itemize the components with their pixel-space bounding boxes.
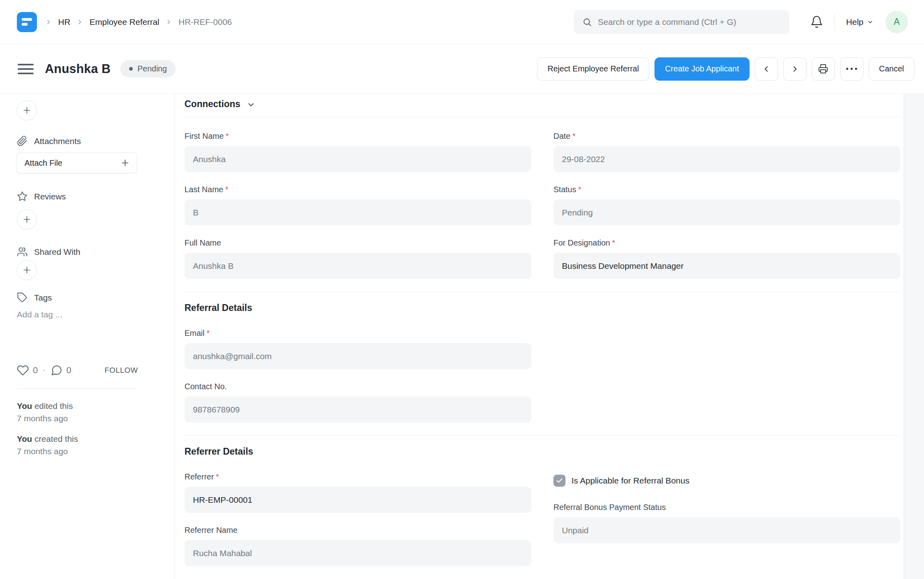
last-name-field: Last Name* B xyxy=(184,185,531,226)
hamburger-icon xyxy=(18,63,34,75)
like-count: 0 xyxy=(33,365,38,376)
comment-icon xyxy=(51,364,63,376)
email-field: Email* anushka@gmail.com xyxy=(184,329,531,369)
first-name-field: First Name* Anushka xyxy=(184,132,531,172)
referrer-name-input[interactable]: Rucha Mahabal xyxy=(184,540,531,566)
chevron-right-icon xyxy=(45,18,52,26)
sidebar-toggle-button[interactable] xyxy=(18,63,34,75)
connections-section-toggle[interactable]: Connections xyxy=(184,94,900,117)
referrer-label: Referrer* xyxy=(184,472,531,481)
shared-with-section-header: Shared With xyxy=(17,246,81,257)
shared-with-label: Shared With xyxy=(34,247,81,257)
header-actions: Reject Employee Referral Create Job Appl… xyxy=(537,57,914,81)
bonus-payment-status-input[interactable]: Unpaid xyxy=(553,517,900,543)
activity-created: You created this 7 months ago xyxy=(17,433,78,457)
dot-separator: · xyxy=(43,365,45,376)
avatar-letter: A xyxy=(894,16,900,27)
breadcrumb: HR Employee Referral HR-REF-0006 xyxy=(45,17,232,27)
connections-title: Connections xyxy=(184,99,240,110)
logo-glyph xyxy=(22,23,28,26)
for-designation-field: For Designation* Business Development Ma… xyxy=(553,238,900,279)
chevron-down-icon xyxy=(247,99,255,109)
required-marker: * xyxy=(216,472,219,481)
create-job-applicant-button[interactable]: Create Job Applicant xyxy=(654,57,750,81)
tags-section-header: Tags xyxy=(17,292,52,303)
add-review-button[interactable] xyxy=(17,209,37,230)
previous-record-button[interactable] xyxy=(755,57,778,81)
add-tag-input[interactable]: Add a tag ... xyxy=(17,310,62,319)
full-name-field: Full Name Anushka B xyxy=(184,238,531,279)
referral-details-section: Referral Details Email* anushka@gmail.co… xyxy=(184,292,900,435)
checkbox-icon[interactable] xyxy=(553,475,565,487)
bell-icon xyxy=(810,15,823,28)
assign-plus-button[interactable] xyxy=(17,100,37,120)
more-options-button[interactable] xyxy=(840,57,863,81)
email-label: Email* xyxy=(184,329,531,338)
comment-count: 0 xyxy=(67,365,71,376)
contact-no-input[interactable]: 9878678909 xyxy=(184,396,531,423)
comments-button[interactable]: 0 xyxy=(51,364,71,376)
navbar-divider xyxy=(835,14,835,30)
tag-icon xyxy=(17,292,28,303)
first-name-label: First Name* xyxy=(184,132,531,141)
plus-icon xyxy=(22,215,31,224)
search-input[interactable]: Search or type a command (Ctrl + G) xyxy=(574,10,789,34)
details-section: First Name* Anushka Last Name* B Full Na… xyxy=(184,132,900,292)
for-designation-label: For Designation* xyxy=(553,238,900,248)
required-marker: * xyxy=(226,132,229,140)
app-logo[interactable] xyxy=(17,12,37,32)
required-marker: * xyxy=(225,185,229,194)
breadcrumb-employee-referral[interactable]: Employee Referral xyxy=(89,17,159,27)
ellipsis-icon xyxy=(846,68,857,70)
status-label: Status* xyxy=(553,185,900,194)
email-input[interactable]: anushka@gmail.com xyxy=(184,343,531,369)
referral-bonus-checkbox-field[interactable]: Is Applicable for Referral Bonus xyxy=(553,475,900,487)
referrer-field: Referrer* HR-EMP-00001 xyxy=(184,472,531,513)
last-name-input[interactable]: B xyxy=(184,199,531,226)
plus-icon xyxy=(22,266,31,274)
date-input[interactable]: 29-08-2022 xyxy=(553,146,900,172)
chevron-right-icon xyxy=(76,18,83,26)
likes-row: 0 · 0 FOLLOW xyxy=(17,364,138,376)
navbar: HR Employee Referral HR-REF-0006 Search … xyxy=(0,0,924,44)
referrer-name-label: Referrer Name xyxy=(184,526,531,535)
status-badge: Pending xyxy=(120,60,176,77)
activity-edited: You edited this 7 months ago xyxy=(17,400,73,425)
search-placeholder: Search or type a command (Ctrl + G) xyxy=(598,17,736,27)
attach-file-label: Attach File xyxy=(24,158,62,168)
like-button[interactable]: 0 xyxy=(17,364,38,376)
status-input[interactable]: Pending xyxy=(553,199,900,226)
chevron-down-icon xyxy=(867,19,873,25)
first-name-input[interactable]: Anushka xyxy=(184,146,531,172)
full-name-input[interactable]: Anushka B xyxy=(184,253,531,279)
form-sidebar: Attachments Attach File Reviews xyxy=(0,94,175,579)
required-marker: * xyxy=(612,238,615,247)
next-record-button[interactable] xyxy=(783,57,806,81)
referral-bonus-checkbox-label: Is Applicable for Referral Bonus xyxy=(571,476,689,486)
follow-button[interactable]: FOLLOW xyxy=(105,366,138,375)
chevron-left-icon xyxy=(762,65,770,73)
referrer-input[interactable]: HR-EMP-00001 xyxy=(184,487,531,513)
cancel-button[interactable]: Cancel xyxy=(869,57,914,81)
search-icon xyxy=(582,17,592,27)
logo-glyph xyxy=(22,18,32,21)
chevron-right-icon xyxy=(791,65,799,73)
reject-employee-referral-button[interactable]: Reject Employee Referral xyxy=(537,57,649,81)
attach-file-button[interactable]: Attach File xyxy=(16,152,137,173)
referrer-details-title: Referrer Details xyxy=(184,446,900,457)
paperclip-icon xyxy=(17,136,28,146)
notifications-bell-button[interactable] xyxy=(810,15,823,28)
contact-no-field: Contact No. 9878678909 xyxy=(184,382,531,423)
status-badge-label: Pending xyxy=(138,64,167,73)
attachments-section-header: Attachments xyxy=(17,136,81,146)
breadcrumb-hr[interactable]: HR xyxy=(58,17,70,27)
add-share-button[interactable] xyxy=(17,260,37,280)
for-designation-input[interactable]: Business Development Manager xyxy=(553,253,900,279)
printer-icon xyxy=(818,64,828,74)
avatar[interactable]: A xyxy=(886,11,908,33)
form-body: Connections First Name* Anushka Last Nam… xyxy=(175,94,904,579)
required-marker: * xyxy=(207,329,210,337)
help-menu[interactable]: Help xyxy=(846,17,873,27)
chevron-right-icon xyxy=(165,18,172,26)
print-button[interactable] xyxy=(812,57,835,81)
